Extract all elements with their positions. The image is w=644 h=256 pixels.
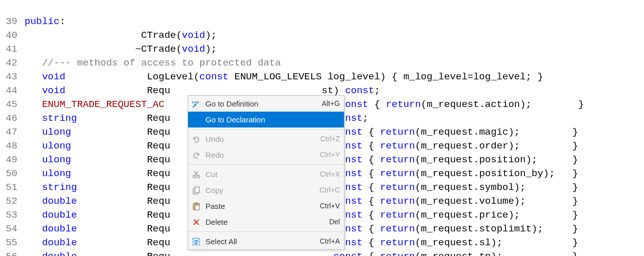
token: (m_request.position); } bbox=[415, 154, 578, 165]
token: { bbox=[369, 99, 386, 110]
token bbox=[25, 251, 42, 256]
menu-delete[interactable]: Delete Del bbox=[188, 214, 344, 230]
token: LogLevel( bbox=[65, 71, 199, 82]
token: (m_request.price); } bbox=[415, 209, 578, 221]
line-number: 55 bbox=[0, 236, 20, 250]
menu-undo[interactable]: Undo Ctrl+Z bbox=[188, 131, 344, 147]
token: Requ bbox=[65, 85, 170, 96]
line-number: 56 bbox=[0, 250, 20, 256]
svg-rect-7 bbox=[195, 205, 199, 210]
code-line[interactable]: void LogLevel(const ENUM_LOG_LEVELS log_… bbox=[25, 70, 644, 84]
token: (m_request.stoplimit); } bbox=[415, 223, 578, 234]
token: { bbox=[362, 237, 380, 248]
token: return bbox=[380, 209, 415, 221]
token: { bbox=[362, 126, 380, 138]
token: : bbox=[59, 16, 65, 27]
menu-paste[interactable]: Paste Ctrl+V bbox=[188, 198, 344, 214]
token: double bbox=[42, 196, 77, 207]
token: void bbox=[182, 30, 205, 41]
line-number: 48 bbox=[0, 139, 20, 153]
token: CTrade( bbox=[25, 30, 182, 41]
line-number: 45 bbox=[0, 98, 20, 112]
token: (m_request.position_by); } bbox=[415, 168, 578, 179]
code-line[interactable]: public: bbox=[25, 15, 644, 29]
token: ; bbox=[362, 113, 368, 124]
token: return bbox=[380, 126, 415, 138]
token: void bbox=[42, 85, 65, 96]
menu-label: Go to Declaration bbox=[205, 113, 334, 126]
paste-icon bbox=[191, 201, 201, 211]
code-line[interactable]: ~CTrade(void); bbox=[25, 42, 644, 56]
code-line[interactable]: //--- methods of access to protected dat… bbox=[25, 56, 644, 70]
line-number: 46 bbox=[0, 112, 20, 125]
token: return bbox=[380, 196, 415, 207]
menu-shortcut: Ctrl+Y bbox=[314, 148, 340, 162]
code-line[interactable]: double Requ const { return(m_request.tp)… bbox=[25, 250, 644, 256]
token: (m_request.magic); } bbox=[415, 126, 578, 138]
delete-icon bbox=[191, 217, 201, 227]
menu-goto-declaration[interactable]: Go to Declaration bbox=[188, 112, 344, 127]
token: Requ bbox=[71, 126, 170, 138]
menu-select-all[interactable]: Select All Ctrl+A bbox=[188, 233, 344, 249]
cut-icon bbox=[191, 169, 201, 180]
svg-text:VAR: VAR bbox=[192, 100, 199, 104]
line-number: 44 bbox=[0, 84, 20, 98]
menu-redo[interactable]: Redo Ctrl+Y bbox=[188, 147, 344, 163]
token bbox=[25, 71, 42, 82]
token: Requ bbox=[71, 140, 170, 152]
menu-separator bbox=[188, 129, 344, 130]
menu-shortcut: Ctrl+V bbox=[314, 199, 340, 213]
menu-label: Delete bbox=[205, 215, 323, 229]
svg-rect-11 bbox=[195, 243, 197, 244]
token: const bbox=[333, 251, 362, 256]
svg-rect-4 bbox=[195, 187, 199, 193]
token: (m_request.tp); } bbox=[415, 251, 578, 256]
token: Requ bbox=[71, 154, 170, 165]
goto-definition-icon: VAR bbox=[191, 99, 201, 109]
line-number-gutter: 394041424344454647484950515253545556 bbox=[0, 14, 20, 256]
token: { bbox=[362, 196, 380, 207]
token bbox=[25, 140, 42, 152]
token: return bbox=[380, 154, 415, 165]
code-editor[interactable]: 394041424344454647484950515253545556 pub… bbox=[0, 14, 644, 256]
line-number: 50 bbox=[0, 167, 20, 181]
line-number: 41 bbox=[0, 42, 20, 56]
token: const bbox=[199, 71, 228, 82]
token: Requ bbox=[77, 209, 170, 221]
token: ulong bbox=[42, 140, 71, 152]
redo-icon bbox=[191, 150, 201, 160]
token: return bbox=[380, 237, 415, 248]
token: (m_request.order); } bbox=[415, 140, 578, 152]
token: ); bbox=[205, 30, 217, 41]
select-all-icon bbox=[191, 237, 201, 247]
menu-label: Select All bbox=[205, 234, 314, 248]
menu-label: Cut bbox=[205, 167, 314, 181]
token bbox=[25, 85, 42, 96]
token: double bbox=[42, 251, 77, 256]
token: void bbox=[182, 44, 205, 55]
token bbox=[170, 251, 333, 256]
line-number: 52 bbox=[0, 195, 20, 208]
svg-rect-6 bbox=[195, 202, 198, 204]
token: const bbox=[345, 85, 374, 96]
code-line[interactable]: CTrade(void); bbox=[25, 29, 644, 42]
token: //--- methods of access to protected dat… bbox=[42, 57, 281, 69]
line-number: 43 bbox=[0, 70, 20, 84]
context-menu: VAR Go to Definition Alt+G Go to Declara… bbox=[188, 95, 344, 250]
menu-copy[interactable]: Copy Ctrl+C bbox=[188, 182, 344, 198]
token: ENUM_LOG_LEVELS log_level) { m_log_level… bbox=[228, 71, 543, 82]
menu-shortcut: Alt+G bbox=[316, 97, 340, 111]
line-number: 51 bbox=[0, 181, 20, 195]
menu-goto-definition[interactable]: VAR Go to Definition Alt+G bbox=[188, 96, 344, 112]
svg-rect-10 bbox=[195, 242, 198, 243]
token: Requ bbox=[77, 113, 170, 124]
menu-label: Paste bbox=[205, 199, 314, 213]
token bbox=[25, 209, 42, 221]
menu-cut[interactable]: Cut Ctrl+X bbox=[188, 166, 344, 182]
token: { bbox=[362, 209, 380, 221]
token: return bbox=[380, 140, 415, 152]
token: ulong bbox=[42, 154, 71, 165]
token: double bbox=[42, 237, 77, 248]
menu-shortcut: Ctrl+A bbox=[314, 234, 340, 248]
line-number: 40 bbox=[0, 29, 20, 42]
